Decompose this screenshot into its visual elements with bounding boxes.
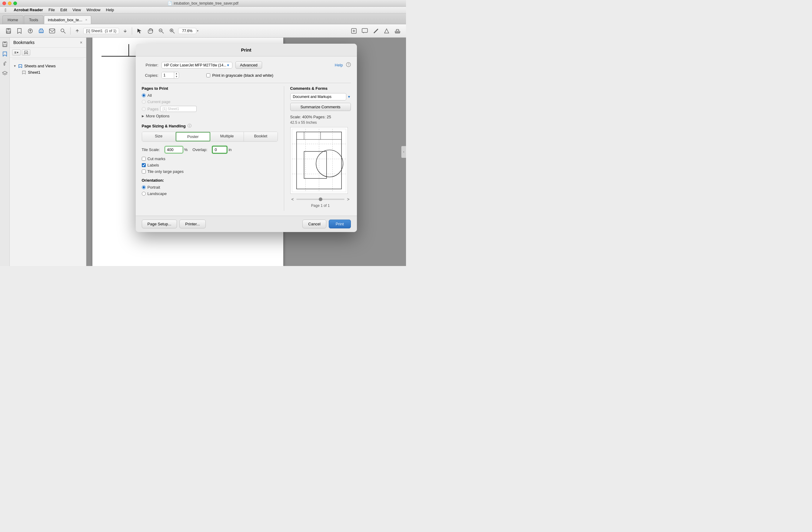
toolbar-more-button[interactable] xyxy=(349,26,359,36)
copies-input[interactable] xyxy=(162,72,174,78)
printer-row: Printer: HP Color LaserJet MFP M277dw (1… xyxy=(142,61,351,69)
print-all-option: All xyxy=(142,93,278,98)
comments-forms-select[interactable]: Document and Markups Document Document a… xyxy=(290,93,346,100)
menu-file[interactable]: File xyxy=(46,7,57,13)
sidebar-add-bookmark-btn[interactable] xyxy=(22,50,30,56)
cut-marks-checkbox[interactable] xyxy=(142,157,146,161)
svg-point-7 xyxy=(61,29,64,32)
dialog-separator-1 xyxy=(142,83,351,83)
pen-button[interactable] xyxy=(371,26,380,36)
tab-tools[interactable]: Tools xyxy=(24,15,43,24)
tab-booklet[interactable]: Booklet xyxy=(244,132,277,141)
maximize-button[interactable] xyxy=(13,1,17,5)
preview-prev-button[interactable]: < xyxy=(290,197,295,202)
cut-marks-row: Cut marks xyxy=(142,156,278,161)
window-title: 📄 intubation_box_template_tree_saver.pdf xyxy=(168,1,238,5)
email-button[interactable] xyxy=(47,26,57,36)
menu-acrobat-reader[interactable]: Acrobat Reader xyxy=(11,7,45,13)
highlight-button[interactable] xyxy=(382,26,391,36)
menu-window[interactable]: Window xyxy=(84,7,103,13)
sidebar-view-btn[interactable]: ≡ ▾ xyxy=(12,50,20,56)
print-pages-label: Pages xyxy=(147,107,159,111)
page-sizing-info-icon[interactable]: ⓘ xyxy=(188,123,191,129)
print-pages-radio[interactable] xyxy=(142,107,146,111)
comment-button[interactable] xyxy=(360,26,369,36)
save-button[interactable] xyxy=(4,26,13,36)
tree-label-sheets-views: Sheets and Views xyxy=(24,64,56,68)
svg-rect-23 xyxy=(396,29,399,31)
menu-help[interactable]: Help xyxy=(104,7,117,13)
tile-scale-input[interactable] xyxy=(165,146,183,153)
footer-left-buttons: Page Setup... Printer... xyxy=(142,220,206,228)
menu-edit[interactable]: Edit xyxy=(58,7,69,13)
zoom-out-button[interactable] xyxy=(156,26,166,36)
preview-slider[interactable] xyxy=(296,199,345,200)
portrait-radio[interactable] xyxy=(142,185,146,189)
more-options-arrow-icon: ▶ xyxy=(142,114,144,118)
zoom-value-display[interactable]: 77.6% xyxy=(178,28,196,34)
bookmark-button[interactable] xyxy=(15,26,24,36)
more-options-button[interactable]: More Options xyxy=(146,114,170,118)
grayscale-option: Print in grayscale (black and white) xyxy=(206,73,273,78)
sidebar-icon-save[interactable] xyxy=(1,40,9,48)
tab-document[interactable]: intubation_box_te... × xyxy=(44,15,91,24)
tree-child-label-sheet1: Sheet1 xyxy=(28,70,40,75)
print-current-radio[interactable] xyxy=(142,100,146,104)
help-link[interactable]: Help xyxy=(335,63,343,67)
minimize-button[interactable] xyxy=(8,1,12,5)
share-button[interactable] xyxy=(26,26,35,36)
next-page-button[interactable] xyxy=(121,27,129,35)
overlap-input[interactable] xyxy=(212,146,227,153)
labels-row: Labels xyxy=(142,163,278,167)
tile-scale-unit: % xyxy=(184,148,188,152)
pointer-tool-button[interactable] xyxy=(134,26,144,36)
toolbar: [1] Sheet1 (1 of 1) 77.6% ▾ xyxy=(0,24,406,38)
hand-tool-button[interactable] xyxy=(145,26,155,36)
preview-next-button[interactable]: > xyxy=(346,197,350,202)
tab-home[interactable]: Home xyxy=(2,15,23,24)
copies-increment-button[interactable]: ▲ xyxy=(174,72,179,75)
tile-only-label: Tile only large pages xyxy=(147,169,184,174)
landscape-radio[interactable] xyxy=(142,192,146,196)
tree-child-sheet1[interactable]: Sheet1 xyxy=(20,69,84,75)
summarize-comments-button[interactable]: Summarize Comments xyxy=(290,103,351,111)
sidebar-icon-layers[interactable] xyxy=(1,69,9,78)
sidebar-close-button[interactable]: × xyxy=(80,40,83,45)
stamp-button[interactable] xyxy=(393,26,402,36)
printer-select[interactable]: HP Color LaserJet MFP M277dw (14... ▼ xyxy=(161,62,233,69)
grayscale-checkbox[interactable] xyxy=(206,73,210,78)
sidebar-icon-paperclip[interactable] xyxy=(1,59,9,68)
tab-size[interactable]: Size xyxy=(142,132,176,141)
tile-only-checkbox[interactable] xyxy=(142,170,146,173)
print-button[interactable]: Print xyxy=(329,220,351,228)
tree-item-sheets-and-views[interactable]: ▼ Sheets and Views xyxy=(12,63,84,69)
zoom-in-button[interactable] xyxy=(167,26,177,36)
preview-slider-thumb xyxy=(319,197,322,201)
copies-decrement-button[interactable]: ▼ xyxy=(174,75,179,78)
tab-multiple[interactable]: Multiple xyxy=(210,132,244,141)
title-bar: 📄 intubation_box_template_tree_saver.pdf xyxy=(0,0,406,7)
zoom-dropdown-arrow[interactable]: ▾ xyxy=(197,29,199,32)
search-button[interactable] xyxy=(58,26,68,36)
labels-checkbox[interactable] xyxy=(142,163,146,167)
print-dialog-overlay: Print Printer: HP Color LaserJet MFP M27… xyxy=(86,38,406,266)
pages-range-input[interactable] xyxy=(160,106,197,112)
page-setup-button[interactable]: Page Setup... xyxy=(142,220,177,228)
dialog-columns: Pages to Print All Current page xyxy=(142,86,351,211)
tab-close-icon[interactable]: × xyxy=(85,18,87,22)
menu-view[interactable]: View xyxy=(70,7,83,13)
sidebar-icon-bookmarks[interactable] xyxy=(1,50,9,58)
prev-page-button[interactable] xyxy=(73,27,82,35)
tree-bookmark-icon xyxy=(18,64,23,68)
advanced-button[interactable]: Advanced xyxy=(235,61,262,69)
apple-menu[interactable]:  xyxy=(2,7,9,13)
print-all-label: All xyxy=(147,93,152,98)
cancel-button[interactable]: Cancel xyxy=(302,220,326,228)
tab-poster[interactable]: Poster xyxy=(176,132,210,141)
printer-settings-button[interactable]: Printer... xyxy=(179,220,205,228)
print-all-radio[interactable] xyxy=(142,94,146,97)
close-button[interactable] xyxy=(2,1,6,5)
print-button[interactable] xyxy=(37,26,46,36)
help-icon[interactable]: ? xyxy=(346,62,351,68)
copies-row: Copies: ▲ ▼ Print in grayscale (black an… xyxy=(142,72,351,79)
